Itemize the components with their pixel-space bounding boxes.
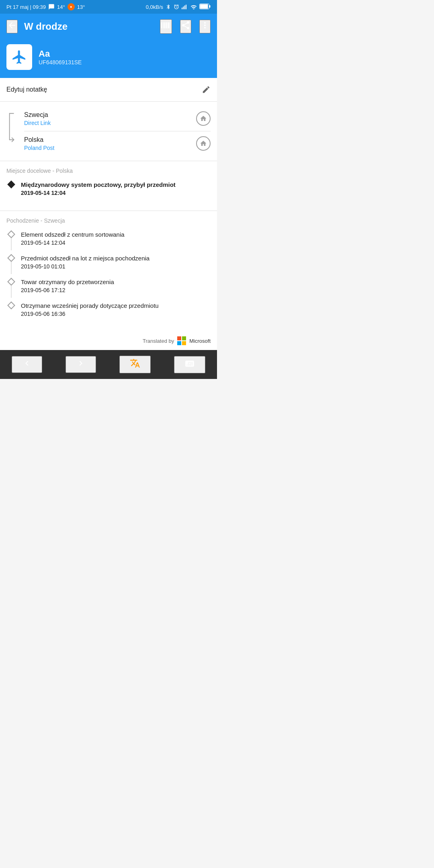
destination-event-timestamp: 2019-05-14 12:04	[21, 190, 211, 196]
keyboard-icon: ?	[184, 358, 195, 369]
origin-event-content-3: Otrzymane wcześniej porady dotyczące prz…	[21, 301, 211, 325]
origin-symbol-3	[6, 301, 16, 309]
destination-label: Miejsce docelowe - Polska	[6, 168, 211, 174]
origin-event-desc-0: Element odszedł z centrum sortowania	[21, 230, 211, 239]
plane-icon	[11, 49, 27, 65]
nav-back-icon	[22, 358, 32, 368]
carrier-country-sweden: Szwecja	[24, 111, 51, 119]
diamond-filled-icon	[7, 180, 15, 188]
home-svg-poland	[200, 140, 207, 147]
timeline-symbol-filled	[6, 180, 16, 188]
nav-keyboard-button[interactable]: ?	[174, 356, 205, 373]
svg-rect-3	[186, 5, 186, 9]
diamond-outline-icon-2	[7, 278, 15, 286]
battery-level	[199, 4, 211, 10]
barcode-icon	[161, 20, 171, 31]
carrier-section: Szwecja Direct Link Polska Poland Post	[0, 102, 217, 161]
more-options-button[interactable]	[199, 20, 211, 33]
svg-rect-6	[209, 5, 211, 8]
home-icon-poland[interactable]	[196, 136, 211, 151]
origin-event-content-2: Towar otrzymany do przetworzenia 2019-05…	[21, 278, 211, 301]
origin-event-desc-2: Towar otrzymany do przetworzenia	[21, 278, 211, 286]
translated-label: Translated by	[143, 338, 174, 344]
nav-translate-button[interactable]	[119, 356, 151, 373]
battery-icon	[199, 4, 211, 9]
event-line-2	[11, 286, 12, 298]
share-icon	[181, 20, 190, 30]
bottom-nav: ?	[0, 350, 217, 379]
home-icon-sweden[interactable]	[196, 111, 211, 126]
network-speed: 0,0kB/s	[146, 4, 163, 10]
app-bar: W drodze	[0, 14, 217, 39]
diamond-outline-icon-1	[7, 254, 15, 262]
carrier-link-post[interactable]: Poland Post	[24, 145, 55, 151]
route-arrow-icon	[6, 111, 18, 143]
wifi-icon	[190, 4, 197, 9]
svg-text:?: ?	[189, 363, 190, 366]
origin-symbol-0	[6, 230, 16, 250]
status-left: Pt 17 maj | 09:39 14° ● 13°	[6, 3, 85, 10]
destination-event-description: Międzynarodowy system pocztowy, przybył …	[21, 180, 211, 189]
more-icon	[200, 20, 210, 30]
carrier-item-sweden: Szwecja Direct Link	[24, 108, 211, 129]
destination-event-0: Międzynarodowy system pocztowy, przybył …	[6, 180, 211, 204]
edit-note-label: Edytuj notatkę	[6, 86, 47, 93]
event-line-0	[11, 238, 12, 250]
back-button[interactable]	[6, 20, 18, 33]
back-icon	[7, 20, 17, 30]
status-right: 0,0kB/s	[146, 4, 211, 10]
temp2: 13°	[77, 4, 85, 10]
package-header: Aa UF648069131SE	[0, 39, 217, 78]
origin-symbol-1	[6, 254, 16, 274]
temp1: 14°	[57, 4, 65, 10]
share-button[interactable]	[180, 20, 191, 33]
origin-event-desc-1: Przedmiot odszedł na lot z miejsca pocho…	[21, 254, 211, 262]
ms-label: Microsoft	[189, 338, 211, 344]
translated-bar: Translated by Microsoft	[0, 332, 217, 350]
edit-icon	[202, 85, 211, 94]
origin-event-3: Otrzymane wcześniej porady dotyczące prz…	[6, 301, 211, 325]
svg-rect-8	[182, 336, 186, 340]
carrier-country-poland: Polska	[24, 136, 55, 143]
package-name: Aa	[39, 49, 82, 59]
carrier-link-direct[interactable]: Direct Link	[24, 120, 51, 126]
origin-event-date-0: 2019-05-14 12:04	[21, 240, 211, 246]
datetime: Pt 17 maj | 09:39	[6, 4, 46, 10]
package-icon-box	[6, 44, 32, 70]
origin-symbol-2	[6, 278, 16, 298]
origin-event-0: Element odszedł z centrum sortowania 201…	[6, 230, 211, 254]
svg-rect-9	[177, 341, 181, 345]
origin-event-date-3: 2019-05-06 16:36	[21, 311, 211, 317]
carrier-info-poland: Polska Poland Post	[24, 136, 55, 151]
route-arrow	[6, 108, 18, 154]
carrier-info-sweden: Szwecja Direct Link	[24, 111, 51, 126]
alarm-icon	[174, 4, 179, 10]
page-title: W drodze	[24, 21, 154, 32]
event-line-1	[11, 262, 12, 274]
svg-rect-7	[177, 336, 181, 340]
diamond-outline-icon-0	[7, 230, 15, 238]
nav-back-button[interactable]	[12, 356, 42, 373]
svg-rect-2	[184, 6, 185, 9]
package-code: UF648069131SE	[39, 59, 82, 66]
origin-event-content-1: Przedmiot odszedł na lot z miejsca pocho…	[21, 254, 211, 278]
origin-event-content-0: Element odszedł z centrum sortowania 201…	[21, 230, 211, 254]
destination-event-content: Międzynarodowy system pocztowy, przybył …	[21, 180, 211, 204]
origin-event-1: Przedmiot odszedł na lot z miejsca pocho…	[6, 254, 211, 278]
origin-event-desc-3: Otrzymane wcześniej porady dotyczące prz…	[21, 301, 211, 310]
bluetooth-icon	[166, 4, 171, 10]
origin-label: Pochodzenie - Szwecja	[6, 217, 211, 224]
svg-rect-5	[200, 4, 208, 8]
nav-forward-button[interactable]	[66, 356, 96, 373]
package-info: Aa UF648069131SE	[39, 49, 82, 66]
destination-section: Miejsce docelowe - Polska Międzynarodowy…	[0, 161, 217, 211]
svg-rect-1	[183, 6, 184, 9]
origin-event-date-1: 2019-05-10 01:01	[21, 263, 211, 270]
edit-note-row[interactable]: Edytuj notatkę	[0, 78, 217, 101]
translate-icon	[130, 358, 140, 368]
message-icon	[48, 4, 55, 10]
home-svg-sweden	[200, 115, 207, 122]
notification-dot: ●	[68, 3, 75, 10]
carriers-list: Szwecja Direct Link Polska Poland Post	[24, 108, 211, 154]
barcode-button[interactable]	[160, 19, 172, 34]
